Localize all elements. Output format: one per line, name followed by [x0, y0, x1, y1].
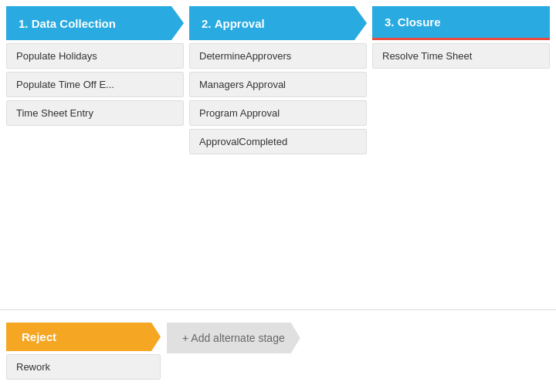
- stage-number-3: 3.: [385, 15, 395, 29]
- list-item[interactable]: Populate Time Off E...: [6, 72, 184, 97]
- stage-column-approval: 2. Approval DetermineApprovers Managers …: [189, 6, 367, 154]
- rework-item[interactable]: Rework: [6, 354, 161, 380]
- bottom-area: Reject Rework + Add alternate stage: [0, 309, 556, 392]
- stage-title-2: Approval: [215, 17, 265, 30]
- reject-button[interactable]: Reject: [6, 323, 161, 351]
- list-item[interactable]: Program Approval: [189, 100, 367, 126]
- stage-items-2: DetermineApprovers Managers Approval Pro…: [189, 43, 367, 154]
- list-item[interactable]: Resolve Time Sheet: [372, 43, 550, 69]
- stage-column-data-collection: 1. Data Collection Populate Holidays Pop…: [6, 6, 184, 126]
- stage-items-3: Resolve Time Sheet: [372, 43, 550, 69]
- stage-number-1: 1.: [19, 17, 29, 30]
- stage-number-2: 2.: [202, 17, 212, 30]
- list-item[interactable]: DetermineApprovers: [189, 43, 367, 69]
- list-item[interactable]: ApprovalCompleted: [189, 129, 367, 154]
- add-alternate-stage-button[interactable]: + Add alternate stage: [167, 323, 300, 353]
- stage-header-approval[interactable]: 2. Approval: [189, 6, 367, 40]
- stage-items-1: Populate Holidays Populate Time Off E...…: [6, 43, 184, 126]
- stage-title-3: Closure: [398, 15, 441, 29]
- list-item[interactable]: Time Sheet Entry: [6, 100, 184, 126]
- list-item[interactable]: Populate Holidays: [6, 43, 184, 69]
- stage-column-closure: 3. Closure Resolve Time Sheet: [372, 6, 550, 69]
- stage-header-closure[interactable]: 3. Closure: [372, 6, 550, 40]
- stage-header-data-collection[interactable]: 1. Data Collection: [6, 6, 184, 40]
- list-item[interactable]: Managers Approval: [189, 72, 367, 97]
- stage-title-1: Data Collection: [32, 17, 116, 30]
- alternate-stage-col: Reject Rework: [6, 323, 161, 380]
- main-content: 1. Data Collection Populate Holidays Pop…: [0, 0, 556, 161]
